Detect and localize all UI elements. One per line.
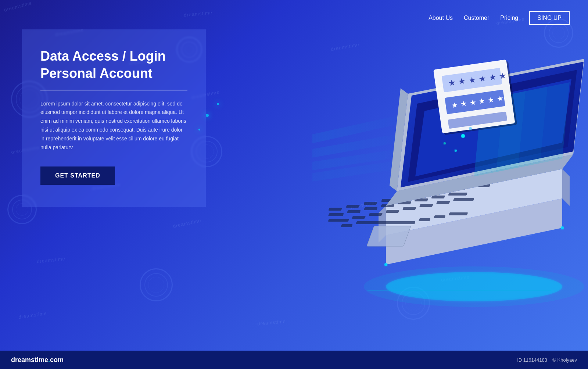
footer-info: ID 116144183 © Kholyaev — [517, 357, 577, 363]
svg-rect-39 — [449, 212, 468, 215]
nav-pricing[interactable]: Pricing — [500, 15, 518, 21]
title-divider — [40, 90, 187, 90]
image-id: ID 116144183 — [517, 357, 547, 363]
nav-customer[interactable]: Customer — [464, 15, 489, 21]
svg-rect-26 — [448, 193, 467, 196]
nav-about-us[interactable]: About Us — [429, 15, 453, 21]
svg-point-63 — [444, 142, 446, 144]
svg-rect-27 — [328, 219, 349, 222]
svg-point-61 — [455, 150, 457, 152]
svg-rect-12 — [363, 202, 377, 205]
dreamstime-logo: dreamstime.com — [11, 356, 64, 364]
svg-rect-38 — [434, 215, 446, 218]
get-started-button[interactable]: GET STARTED — [40, 166, 115, 185]
svg-rect-11 — [346, 205, 360, 208]
svg-point-67 — [561, 226, 564, 229]
laptop-svg: ★★★★★★ ★★★★★★ — [312, 22, 588, 316]
svg-point-66 — [384, 263, 387, 266]
laptop-illustration: ★★★★★★ ★★★★★★ — [312, 22, 588, 316]
hero-title: Data Access / LoginPersonal Account — [40, 48, 187, 82]
svg-rect-30 — [386, 210, 399, 213]
svg-rect-36 — [356, 221, 416, 224]
signup-button[interactable]: SING UP — [529, 11, 570, 25]
svg-rect-40 — [367, 226, 411, 246]
svg-rect-29 — [369, 213, 383, 216]
hero-panel: Data Access / LoginPersonal Account Lore… — [22, 29, 206, 207]
dreamstime-dot: . — [48, 356, 50, 363]
svg-marker-9 — [562, 169, 570, 206]
svg-rect-32 — [419, 204, 433, 207]
svg-point-62 — [469, 127, 472, 130]
svg-rect-19 — [328, 213, 344, 216]
svg-rect-37 — [419, 218, 431, 221]
svg-rect-10 — [328, 208, 342, 211]
footer-bar: dreamstime.com ID 116144183 © Kholyaev — [0, 351, 588, 369]
hero-body: Lorem ipsum dolor sit amet, consectetur … — [40, 100, 187, 152]
svg-rect-33 — [436, 201, 450, 204]
svg-rect-20 — [347, 210, 361, 213]
author-credit: © Kholyaev — [552, 357, 577, 363]
svg-rect-34 — [453, 198, 474, 201]
svg-point-60 — [461, 134, 465, 138]
svg-rect-31 — [402, 207, 416, 210]
svg-rect-28 — [352, 216, 366, 219]
svg-rect-35 — [341, 224, 353, 227]
navigation: About Us Customer Pricing SING UP — [410, 0, 588, 36]
svg-rect-25 — [431, 196, 445, 198]
svg-rect-21 — [364, 207, 378, 210]
